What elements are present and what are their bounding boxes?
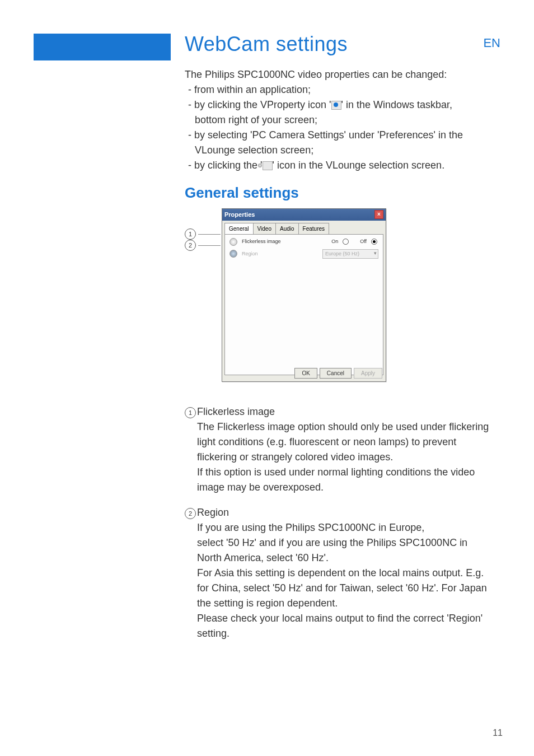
description-flickerless: 1 Flickerless image The Flickerless imag… [185,404,495,495]
ok-button[interactable]: OK [294,368,317,379]
callout-number-1: 1 [185,228,196,240]
tab-general[interactable]: General [224,223,254,234]
intro-bullet-3: - by selecting 'PC Camera Settings' unde… [185,128,495,143]
item-2-label: Region [197,505,495,520]
item-1-text-b: If this option is used under normal ligh… [197,465,495,495]
intro-bullet-3-cont: VLounge selection screen; [185,143,495,158]
item-2-text-a: If you are using the Philips SPC1000NC i… [197,520,495,535]
item-2-text-b: select '50 Hz' and if you are using the … [197,535,495,566]
item-2-text-c: For Asia this setting is dependent on th… [197,566,495,611]
callout-number-2: 2 [185,240,196,251]
flicker-on-label: On [331,238,338,246]
dialog-tabs: General Video Audio Features [222,221,386,234]
tab-video[interactable]: Video [253,223,276,234]
intro-bullet-4: - by clicking the '' icon in the VLounge… [185,158,495,173]
section-heading-general: General settings [185,182,495,204]
region-label: Region [242,250,322,258]
flicker-off-radio[interactable] [371,239,377,245]
tab-audio[interactable]: Audio [275,223,299,234]
flicker-on-radio[interactable] [343,239,349,245]
tab-features[interactable]: Features [298,223,329,234]
close-icon[interactable]: × [374,210,383,219]
item-number-2: 2 [185,508,196,519]
dialog-title: Properties [224,210,255,220]
region-select[interactable]: Europe (50 Hz) [322,249,378,259]
description-region: 2 Region If you are using the Philips SP… [185,505,495,641]
intro-bullet-2: - by clicking the VProperty icon '' in t… [185,97,495,113]
region-icon [229,250,237,258]
apply-button[interactable]: Apply [354,368,382,379]
cancel-button[interactable]: Cancel [320,368,352,379]
page-title: WebCam settings [185,32,348,56]
vlounge-settings-icon [263,161,273,170]
language-indicator: EN [483,36,500,50]
callout-line [198,234,221,235]
item-1-label: Flickerless image [197,404,495,419]
tab-panel-general: Flickerless image On Off Region Europe (… [224,234,383,375]
page-number: 11 [493,728,503,738]
vproperty-icon [331,101,341,110]
item-1-text-a: The Flickerless image option should only… [197,419,495,465]
item-number-1: 1 [185,407,196,418]
intro-bullet-2-cont: bottom right of your screen; [185,113,495,128]
intro-line: The Philips SPC1000NC video properties c… [185,67,495,82]
properties-dialog-figure: 1 2 Properties × General Video Audio Fea… [185,208,495,388]
properties-dialog: Properties × General Video Audio Feature… [222,208,386,382]
flicker-off-label: Off [360,238,367,246]
header-accent-block [34,34,171,60]
callout-line [198,245,221,246]
intro-bullet-1: - from within an application; [185,82,495,97]
flicker-label: Flickerless image [242,238,331,246]
item-2-text-d: Please check your local mains output to … [197,611,495,641]
flicker-icon [229,238,237,246]
